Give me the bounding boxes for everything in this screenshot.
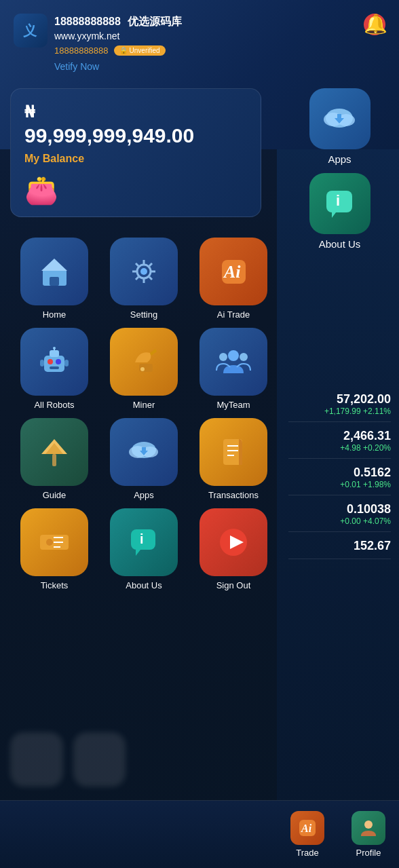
ticker-change-1: +4.98 +0.20% [288,443,391,453]
svg-point-37 [240,353,248,361]
ticker-item-0: 57,202.00 +1,179.99 +2.11% [288,392,391,422]
trade-nav-label: Trade [296,848,318,858]
svg-point-26 [48,359,53,364]
right-apps-item[interactable]: Apps [292,88,387,165]
grid-item-transactions[interactable]: Transactions [193,418,274,500]
ticker-item-3: 0.10038 +0.00 +4.07% [288,502,391,532]
apps-quick-label: Apps [328,153,351,165]
grid-item-aboutus[interactable]: i About Us [103,508,185,590]
allrobots-label: All Robots [34,400,74,410]
myteam-label: MyTeam [216,400,250,410]
svg-rect-5 [337,114,341,119]
svg-text:Ai: Ai [223,262,241,282]
svg-rect-45 [142,447,146,452]
svg-point-62 [364,820,373,829]
header-phone: 18888888888 优选源码库 [54,15,182,29]
tickets-icon [20,508,88,576]
balance-label: My Balance [24,153,247,165]
transactions-label: Transactions [208,490,259,500]
ticker-price-0: 57,202.00 [288,392,391,407]
home-label: Home [43,309,66,320]
nav-item-profile[interactable]: Profile [352,811,385,858]
svg-rect-30 [64,360,69,366]
grid-item-allrobots[interactable]: All Robots [14,328,95,410]
svg-line-21 [136,277,138,280]
svg-point-13 [140,268,147,275]
grid-item-signout[interactable]: Sign Out [193,508,274,590]
ticker-change-2: +0.01 +1.98% [288,480,391,489]
grid-item-miner[interactable]: Miner [103,328,185,410]
ticker-change-3: +0.00 +4.07% [288,516,391,526]
svg-line-19 [149,277,152,280]
ticker-change-0: +1,179.99 +2.11% [288,407,391,416]
svg-rect-29 [40,360,44,366]
svg-rect-11 [50,277,59,286]
grid-item-apps[interactable]: Apps [103,418,185,500]
home-icon [20,238,88,305]
grid-item-aitrade[interactable]: Ai Ai Trade [193,238,274,320]
currency-symbol: ₦ [24,102,247,121]
wallet-icon: 👛 [24,174,58,206]
apps-icon [110,418,178,486]
tickets-label: Tickets [41,580,69,590]
svg-rect-28 [50,366,59,369]
ticker-price-1: 2,466.31 [288,429,391,443]
ticker-price-2: 0.5162 [288,466,391,480]
svg-text:i: i [140,531,144,546]
balance-card: ₦ 99,999,999,949.00 My Balance 👛 [10,88,261,217]
profile-nav-label: Profile [356,848,381,858]
header-info: 18888888888 优选源码库 www.yxymk.net 18888888… [54,15,182,56]
svg-line-18 [136,263,138,266]
main-grid: Home Setting [7,231,275,597]
balance-amount: 99,999,999,949.00 [24,124,247,147]
grid-item-home[interactable]: Home [14,238,95,320]
allrobots-icon [20,328,88,396]
grid-item-setting[interactable]: Setting [103,238,185,320]
svg-marker-56 [136,550,140,556]
miner-label: Miner [133,400,155,410]
grid-item-guide[interactable]: Guide [14,418,95,500]
svg-rect-24 [44,356,64,372]
ticker-item-1: 2,466.31 +4.98 +0.20% [288,429,391,459]
trade-nav-icon: Ai [290,811,324,845]
lock-icon: 🔒 [119,47,128,54]
aboutus-quick-icon: i [309,173,370,234]
setting-icon [110,238,178,305]
header-website: www.yxymk.net [54,31,182,41]
ticker-price-3: 0.10038 [288,502,391,516]
signout-icon [200,508,267,576]
svg-point-27 [56,359,61,364]
ticker-price-4: 152.67 [288,539,391,553]
blurred-item-2 [73,732,126,787]
guide-label: Guide [43,490,66,500]
grid-item-myteam[interactable]: MyTeam [193,328,274,410]
ticker-item-2: 0.5162 +0.01 +1.98% [288,466,391,495]
verify-now-link[interactable]: Vetify Now [54,61,99,72]
verify-row: 18888888888 🔒 Unverified [54,45,182,56]
transactions-icon [200,418,267,486]
aboutus-quick-label: About Us [319,238,361,250]
aitrade-icon: Ai [200,238,267,305]
notification-bell[interactable]: 🔔 [362,10,389,37]
svg-point-35 [228,350,239,361]
aitrade-label: Ai Trade [217,309,250,320]
profile-nav-icon [352,811,385,845]
ticker-item-4: 152.67 [288,539,391,559]
bottom-navigation: Ai Trade Profile [0,800,399,868]
svg-marker-7 [332,212,336,218]
signout-label: Sign Out [216,580,251,590]
unverified-badge: 🔒 Unverified [114,45,166,56]
svg-point-36 [219,353,227,361]
svg-point-34 [140,367,145,371]
myteam-icon [200,328,267,396]
phone-small: 18888888888 [54,45,109,56]
svg-line-20 [149,263,152,266]
app-logo: 义 [14,14,48,48]
right-quick-panel: Apps i About Us [280,0,399,394]
svg-point-32 [53,347,56,350]
grid-item-tickets[interactable]: Tickets [14,508,95,590]
right-aboutus-item[interactable]: i About Us [292,173,387,250]
svg-marker-10 [41,259,67,271]
nav-item-trade[interactable]: Ai Trade [290,811,324,858]
market-data-panel: 57,202.00 +1,179.99 +2.11% 2,466.31 +4.9… [280,387,399,565]
